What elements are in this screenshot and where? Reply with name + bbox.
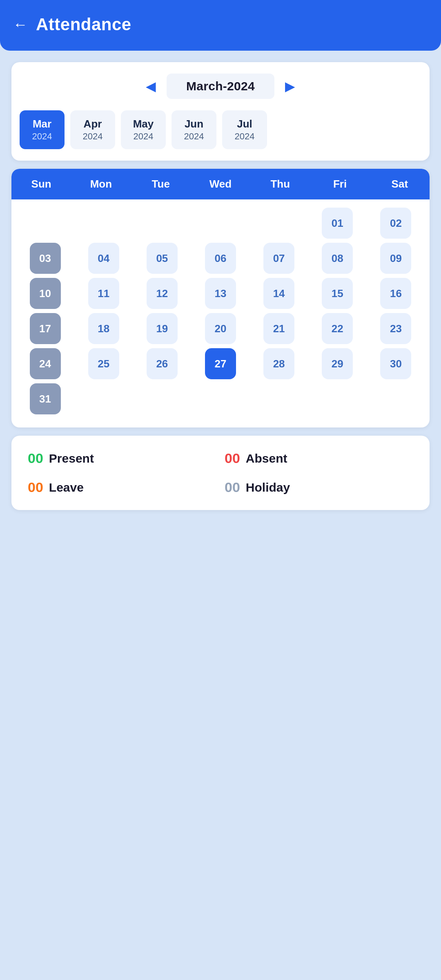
calendar-day-12[interactable]: 12 — [147, 278, 178, 309]
stats-card: 00 Present 00 Absent 00 Leave 00 Holiday — [11, 436, 430, 510]
calendar-day-empty-40 — [322, 383, 353, 414]
calendar-day-27[interactable]: 27 — [205, 348, 236, 379]
calendar-header: SunMonTueWedThuFriSat — [11, 169, 430, 199]
tab-year-label: 2024 — [80, 131, 105, 142]
stats-grid: 00 Present 00 Absent 00 Leave 00 Holiday — [28, 450, 413, 495]
leave-stat: 00 Leave — [28, 479, 216, 495]
calendar-day-20[interactable]: 20 — [205, 313, 236, 344]
calendar-day-empty-37 — [147, 383, 178, 414]
tab-month-label: Apr — [80, 118, 105, 130]
app-header: ← Attendance — [0, 0, 441, 51]
calendar-header-thu: Thu — [250, 169, 310, 199]
calendar-day-07[interactable]: 07 — [263, 243, 294, 274]
calendar-day-04[interactable]: 04 — [88, 243, 119, 274]
calendar-day-empty-0 — [30, 208, 61, 239]
tab-month-label: May — [131, 118, 156, 130]
calendar-card: SunMonTueWedThuFriSat 010203040506070809… — [11, 169, 430, 427]
calendar-day-empty-4 — [263, 208, 294, 239]
calendar-day-25[interactable]: 25 — [88, 348, 119, 379]
month-tab-may[interactable]: May 2024 — [121, 110, 166, 149]
present-label: Present — [49, 452, 94, 465]
page-title: Attendance — [36, 15, 131, 34]
calendar-day-11[interactable]: 11 — [88, 278, 119, 309]
tab-month-label: Jul — [232, 118, 257, 130]
absent-label: Absent — [246, 452, 287, 465]
calendar-day-01[interactable]: 01 — [322, 208, 353, 239]
calendar-day-empty-1 — [88, 208, 119, 239]
calendar-day-14[interactable]: 14 — [263, 278, 294, 309]
holiday-count: 00 — [225, 479, 240, 495]
present-stat: 00 Present — [28, 450, 216, 466]
month-selector-card: ◀ March-2024 ▶ Mar 2024 Apr 2024 May 202… — [11, 62, 430, 161]
calendar-day-13[interactable]: 13 — [205, 278, 236, 309]
absent-stat: 00 Absent — [225, 450, 413, 466]
tab-year-label: 2024 — [29, 131, 55, 142]
absent-count: 00 — [225, 450, 240, 466]
month-tab-mar[interactable]: Mar 2024 — [20, 110, 65, 149]
calendar-day-03[interactable]: 03 — [30, 243, 61, 274]
calendar-day-17[interactable]: 17 — [30, 313, 61, 344]
tab-year-label: 2024 — [181, 131, 207, 142]
tab-year-label: 2024 — [232, 131, 257, 142]
calendar-day-24[interactable]: 24 — [30, 348, 61, 379]
month-tabs: Mar 2024 Apr 2024 May 2024 Jun 2024 Jul … — [20, 110, 421, 151]
calendar-day-09[interactable]: 09 — [380, 243, 411, 274]
calendar-header-mon: Mon — [71, 169, 131, 199]
calendar-grid: 0102030405060708091011121314151617181920… — [11, 199, 430, 418]
calendar-header-sun: Sun — [11, 169, 71, 199]
calendar-day-29[interactable]: 29 — [322, 348, 353, 379]
calendar-day-10[interactable]: 10 — [30, 278, 61, 309]
calendar-day-28[interactable]: 28 — [263, 348, 294, 379]
calendar-day-empty-36 — [88, 383, 119, 414]
prev-month-button[interactable]: ◀ — [143, 78, 159, 94]
calendar-day-22[interactable]: 22 — [322, 313, 353, 344]
tab-year-label: 2024 — [131, 131, 156, 142]
holiday-label: Holiday — [246, 481, 290, 494]
present-count: 00 — [28, 450, 43, 466]
calendar-day-26[interactable]: 26 — [147, 348, 178, 379]
calendar-day-19[interactable]: 19 — [147, 313, 178, 344]
calendar-day-empty-3 — [205, 208, 236, 239]
calendar-day-31[interactable]: 31 — [30, 383, 61, 414]
tab-month-label: Jun — [181, 118, 207, 130]
calendar-day-23[interactable]: 23 — [380, 313, 411, 344]
month-tab-jul[interactable]: Jul 2024 — [222, 110, 267, 149]
leave-count: 00 — [28, 479, 43, 495]
calendar-header-wed: Wed — [191, 169, 250, 199]
back-button[interactable]: ← — [13, 17, 28, 32]
tab-month-label: Mar — [29, 118, 55, 130]
month-tab-jun[interactable]: Jun 2024 — [172, 110, 216, 149]
month-tab-apr[interactable]: Apr 2024 — [70, 110, 115, 149]
calendar-day-15[interactable]: 15 — [322, 278, 353, 309]
calendar-day-empty-41 — [380, 383, 411, 414]
next-month-button[interactable]: ▶ — [282, 78, 298, 94]
current-month-label: March-2024 — [167, 74, 274, 99]
calendar-day-empty-39 — [263, 383, 294, 414]
calendar-day-08[interactable]: 08 — [322, 243, 353, 274]
calendar-day-30[interactable]: 30 — [380, 348, 411, 379]
calendar-header-tue: Tue — [131, 169, 191, 199]
leave-label: Leave — [49, 481, 84, 494]
calendar-day-02[interactable]: 02 — [380, 208, 411, 239]
calendar-day-06[interactable]: 06 — [205, 243, 236, 274]
calendar-day-16[interactable]: 16 — [380, 278, 411, 309]
calendar-day-empty-38 — [205, 383, 236, 414]
calendar-day-21[interactable]: 21 — [263, 313, 294, 344]
calendar-day-05[interactable]: 05 — [147, 243, 178, 274]
calendar-day-18[interactable]: 18 — [88, 313, 119, 344]
month-nav: ◀ March-2024 ▶ — [20, 74, 421, 99]
calendar-header-sat: Sat — [370, 169, 430, 199]
holiday-stat: 00 Holiday — [225, 479, 413, 495]
calendar-header-fri: Fri — [310, 169, 370, 199]
calendar-day-empty-2 — [147, 208, 178, 239]
